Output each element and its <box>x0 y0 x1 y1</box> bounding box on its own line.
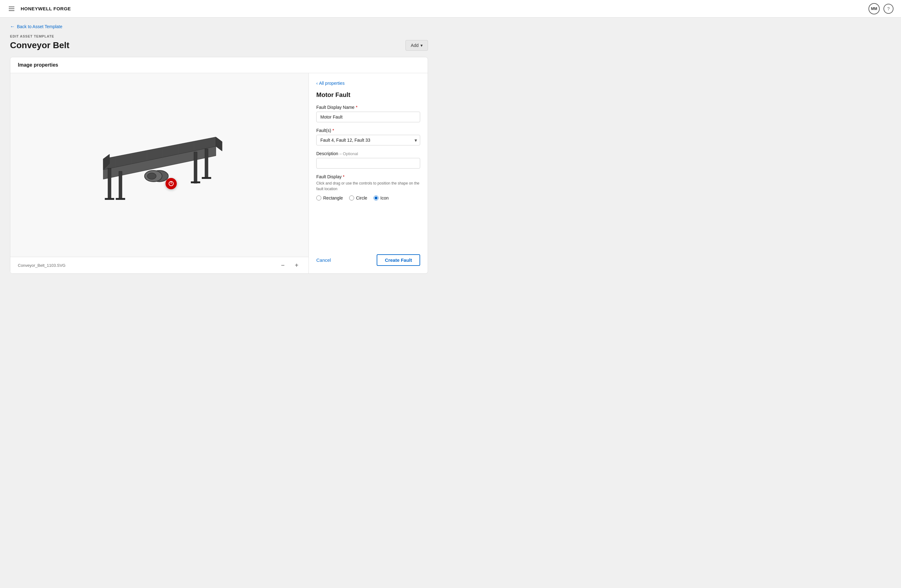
power-icon <box>168 181 174 187</box>
svg-rect-11 <box>119 171 122 199</box>
description-group: Description – Optional <box>316 151 420 169</box>
fault-display-label: Fault Display * <box>316 174 420 179</box>
svg-rect-17 <box>202 177 211 179</box>
fault-display-name-group: Fault Display Name * <box>316 105 420 122</box>
fault-indicator[interactable] <box>165 178 177 189</box>
hamburger-menu[interactable] <box>8 5 16 12</box>
card-body: Conveyor_Belt_1103.SVG − + ‹ All propert… <box>10 73 428 273</box>
image-footer: Conveyor_Belt_1103.SVG − + <box>10 257 309 273</box>
fault-display-required: * <box>343 174 344 179</box>
card-header: Image properties <box>10 57 428 73</box>
zoom-controls: − + <box>278 261 301 270</box>
add-button-label: Add <box>411 43 419 48</box>
svg-rect-10 <box>108 168 111 199</box>
radio-rectangle-input[interactable] <box>316 196 321 201</box>
back-link-label: Back to Asset Template <box>17 24 62 29</box>
fault-display-name-label: Fault Display Name * <box>316 105 420 110</box>
radio-icon-input[interactable] <box>374 196 379 201</box>
back-arrow-icon: ← <box>10 24 15 30</box>
properties-panel: ‹ All properties Motor Fault Fault Displ… <box>309 73 428 273</box>
radio-icon-label: Icon <box>380 196 388 201</box>
page-title: Conveyor Belt <box>10 40 69 50</box>
radio-icon[interactable]: Icon <box>374 196 388 201</box>
faults-group: Fault(s) * Fault 4, Fault 12, Fault 33 F… <box>316 128 420 145</box>
all-properties-label: All properties <box>319 81 345 86</box>
svg-rect-14 <box>105 198 114 200</box>
cancel-button[interactable]: Cancel <box>316 255 331 265</box>
brand-logo: HONEYWELL FORGE <box>21 6 71 11</box>
description-input[interactable] <box>316 158 420 169</box>
fault-display-name-required: * <box>356 105 357 110</box>
help-icon[interactable]: ? <box>884 4 893 14</box>
chevron-left-icon: ‹ <box>316 81 318 86</box>
svg-rect-16 <box>191 181 200 183</box>
image-panel: Conveyor_Belt_1103.SVG − + <box>10 73 309 273</box>
page-content: ← Back to Asset Template EDIT ASSET TEMP… <box>0 17 438 284</box>
radio-circle[interactable]: Circle <box>349 196 367 201</box>
radio-rectangle[interactable]: Rectangle <box>316 196 343 201</box>
svg-rect-15 <box>116 198 125 200</box>
page-title-row: Conveyor Belt Add ▾ <box>10 40 428 51</box>
avatar[interactable]: MM <box>868 3 880 14</box>
panel-actions: Cancel Create Fault <box>316 247 420 266</box>
section-title: Motor Fault <box>316 91 420 98</box>
description-label: Description – Optional <box>316 151 420 156</box>
radio-circle-input[interactable] <box>349 196 354 201</box>
filename: Conveyor_Belt_1103.SVG <box>18 263 65 268</box>
add-chevron-icon: ▾ <box>421 43 422 48</box>
all-properties-link[interactable]: ‹ All properties <box>316 81 420 86</box>
svg-rect-12 <box>194 152 197 183</box>
main-card: Image properties <box>10 57 428 274</box>
header-left: HONEYWELL FORGE <box>8 5 71 12</box>
header: HONEYWELL FORGE MM ? <box>0 0 901 17</box>
faults-select[interactable]: Fault 4, Fault 12, Fault 33 Fault 4 Faul… <box>316 135 420 145</box>
zoom-out-button[interactable]: − <box>278 261 287 270</box>
radio-group: Rectangle Circle Icon <box>316 196 420 201</box>
radio-circle-label: Circle <box>356 196 367 201</box>
create-fault-button[interactable]: Create Fault <box>377 254 420 266</box>
faults-label: Fault(s) * <box>316 128 420 133</box>
back-link[interactable]: ← Back to Asset Template <box>10 24 62 30</box>
svg-rect-13 <box>205 149 208 179</box>
description-optional: – Optional <box>340 151 358 156</box>
faults-required: * <box>332 128 334 133</box>
fault-display-hint: Click and drag or use the controls to po… <box>316 180 420 192</box>
svg-marker-1 <box>216 137 222 151</box>
svg-point-20 <box>147 173 156 179</box>
radio-rectangle-label: Rectangle <box>323 196 343 201</box>
image-area <box>10 73 309 257</box>
fault-display-section: Fault Display * Click and drag or use th… <box>316 174 420 201</box>
fault-display-name-input[interactable] <box>316 112 420 122</box>
conveyor-belt-image <box>84 109 235 221</box>
zoom-in-button[interactable]: + <box>292 261 301 270</box>
header-right: MM ? <box>868 3 893 14</box>
faults-select-wrapper: Fault 4, Fault 12, Fault 33 Fault 4 Faul… <box>316 135 420 145</box>
add-button[interactable]: Add ▾ <box>405 40 428 51</box>
page-subtitle: EDIT ASSET TEMPLATE <box>10 34 428 38</box>
